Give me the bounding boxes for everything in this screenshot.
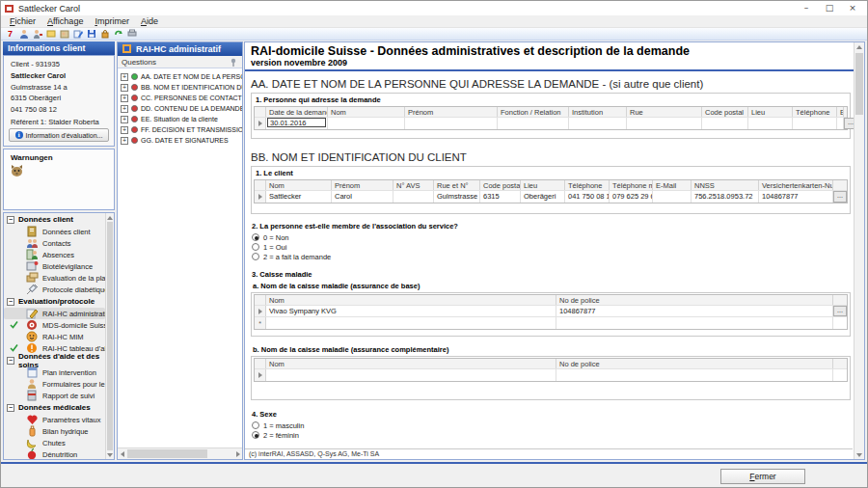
date-demande-input[interactable]: 30.01.2016: [267, 118, 326, 127]
tree-item-bb[interactable]: +BB. NOM ET IDENTIFICATION DU CLIENT: [118, 82, 242, 93]
col-header[interactable]: Rue et N°: [434, 180, 480, 190]
cell[interactable]: Sattlecker: [266, 191, 332, 203]
nav-group-donnees-aide-soins[interactable]: −Données d'aide et des soins: [4, 354, 105, 366]
scroll-right-icon[interactable]: [233, 448, 242, 459]
cell[interactable]: [266, 369, 556, 381]
tree-hscrollbar-thumb[interactable]: [127, 449, 207, 458]
chevron-down-icon[interactable]: [328, 459, 339, 460]
pen-icon[interactable]: [72, 29, 83, 40]
tree-item-ff[interactable]: +FF. DECISION ET TRANSMISSION: [118, 124, 242, 135]
cell[interactable]: Oberägeri: [521, 191, 565, 203]
menu-imprimer[interactable]: Imprimer: [89, 15, 135, 27]
col-header[interactable]: Code postal: [480, 180, 521, 190]
collapse-icon[interactable]: −: [7, 298, 14, 306]
col-header[interactable]: Nom: [266, 295, 556, 305]
lock-icon[interactable]: [99, 29, 110, 40]
col-header[interactable]: Versichertenkarten-Nummer: [759, 180, 833, 190]
scroll-up-icon[interactable]: [106, 213, 114, 222]
scroll-down-icon[interactable]: [854, 450, 864, 459]
cell[interactable]: 756.2518.0953.72: [692, 191, 759, 203]
nav-group-donnees-medicales[interactable]: −Données médicales: [4, 401, 105, 414]
nav-item-rapport-suivi[interactable]: Rapport de suivi: [4, 390, 105, 401]
more-button[interactable]: ...: [833, 306, 847, 316]
form-scrollbar-thumb[interactable]: [855, 53, 863, 115]
person-exit-icon[interactable]: [32, 29, 42, 40]
col-header[interactable]: Fonction / Relation: [498, 107, 569, 117]
minimize-button[interactable]: –: [796, 2, 817, 14]
cell[interactable]: [498, 118, 569, 129]
more-button[interactable]: ...: [833, 191, 847, 203]
tree-hscrollbar[interactable]: [118, 447, 242, 459]
cell[interactable]: [569, 118, 627, 129]
nav-group-evaluation-protocole[interactable]: −Evaluation/protocole: [4, 295, 105, 308]
cell[interactable]: [793, 118, 837, 129]
table-row[interactable]: Vivao Sympany KVG 104867877 ...: [255, 306, 847, 317]
cell[interactable]: [405, 118, 498, 129]
cell[interactable]: [702, 118, 748, 129]
nav-item-mds-domicile-suisse[interactable]: MDS-domicile Suisse: [4, 319, 105, 331]
cell[interactable]: 041 750 08 12: [565, 191, 610, 203]
refresh-icon[interactable]: [113, 29, 123, 40]
expand-icon[interactable]: +: [121, 137, 128, 145]
collapse-icon[interactable]: −: [7, 216, 14, 224]
maximize-button[interactable]: □: [819, 2, 840, 14]
col-header[interactable]: Prénom: [332, 180, 393, 190]
cell[interactable]: [393, 191, 434, 203]
col-header[interactable]: Téléphone mobile: [610, 180, 653, 190]
nav-item-biotelevigilance[interactable]: Biotélévigilance: [4, 260, 105, 272]
cell[interactable]: 6315: [480, 191, 521, 203]
tree-item-dd[interactable]: +DD. CONTENU DE LA DEMANDE: [118, 103, 242, 114]
col-header[interactable]: No de police: [556, 359, 833, 368]
nav-item-formulaires-medecin[interactable]: Formulaires pour le médecin: [4, 378, 105, 390]
nav-item-rai-hc-tableau-alarmes[interactable]: RAI-HC tableau d'alarmes: [4, 342, 105, 354]
scroll-left-icon[interactable]: [118, 448, 126, 459]
col-header[interactable]: Nom: [266, 180, 332, 190]
person-icon[interactable]: [18, 29, 29, 40]
col-header[interactable]: Lieu: [521, 180, 565, 190]
col-header[interactable]: Nom: [266, 359, 556, 368]
nav-item-chutes[interactable]: Chutes: [4, 437, 105, 448]
collapse-icon[interactable]: −: [7, 357, 14, 365]
cell[interactable]: [837, 118, 844, 129]
menu-fichier[interactable]: Fichier: [4, 15, 41, 27]
nav-item-rai-hc-mim[interactable]: RAI-HC MIM: [4, 331, 105, 342]
cell[interactable]: Vivao Sympany KVG: [266, 306, 556, 316]
cell[interactable]: 079 625 29 62: [610, 191, 653, 203]
menu-affichage[interactable]: Affichage: [41, 15, 89, 27]
cell[interactable]: [328, 118, 405, 129]
seven-icon[interactable]: 7: [5, 29, 15, 40]
col-header[interactable]: Prénom: [405, 107, 498, 117]
col-header[interactable]: Téléphone: [565, 180, 610, 190]
cell[interactable]: [627, 118, 702, 129]
nav-group-donnees-client[interactable]: −Données client: [4, 213, 105, 226]
nav-item-denutrition[interactable]: Dénutrition: [4, 448, 105, 460]
cell[interactable]: [556, 369, 833, 381]
cell[interactable]: [556, 317, 833, 329]
col-header[interactable]: Date de la demande: [266, 107, 328, 117]
nav-item-bilan-hydrique[interactable]: Bilan hydrique: [4, 425, 105, 437]
cell[interactable]: [748, 118, 793, 129]
expand-icon[interactable]: +: [121, 73, 128, 81]
col-header[interactable]: No de police: [556, 295, 833, 305]
col-header[interactable]: Rue: [627, 107, 702, 117]
nav-item-evaluation-plaie[interactable]: Evaluation de la plaie: [4, 272, 105, 284]
col-header[interactable]: NNSS: [692, 180, 759, 190]
evaluation-info-button[interactable]: i Information d'évaluation...: [9, 128, 109, 142]
tree-item-ee[interactable]: +EE. Situation de la cliente: [118, 114, 242, 124]
col-header[interactable]: Code postal: [702, 107, 748, 117]
tree-item-gg[interactable]: +GG. DATE ET SIGNATURES: [118, 135, 242, 146]
nav-item-plan-intervention[interactable]: Plan intervention: [4, 366, 105, 378]
scroll-up-icon[interactable]: [854, 42, 864, 51]
table-new-row[interactable]: *: [255, 317, 847, 329]
table-row[interactable]: 30.01.2016 ...: [255, 118, 847, 129]
scroll-down-icon[interactable]: [106, 450, 114, 459]
col-header[interactable]: E-Mail: [653, 180, 692, 190]
cell[interactable]: Gulmstrasse 14 a: [434, 191, 480, 203]
collapse-icon[interactable]: −: [7, 404, 14, 412]
radio-membre-non[interactable]: 0 = Non: [252, 232, 851, 242]
nav-item-absences[interactable]: Absences: [4, 249, 105, 260]
pin-icon[interactable]: [230, 58, 238, 67]
expand-icon[interactable]: +: [121, 84, 128, 92]
col-header[interactable]: N° AVS: [393, 180, 434, 190]
nav-item-rai-hc-administratif[interactable]: RAI-HC administratif: [4, 308, 105, 319]
